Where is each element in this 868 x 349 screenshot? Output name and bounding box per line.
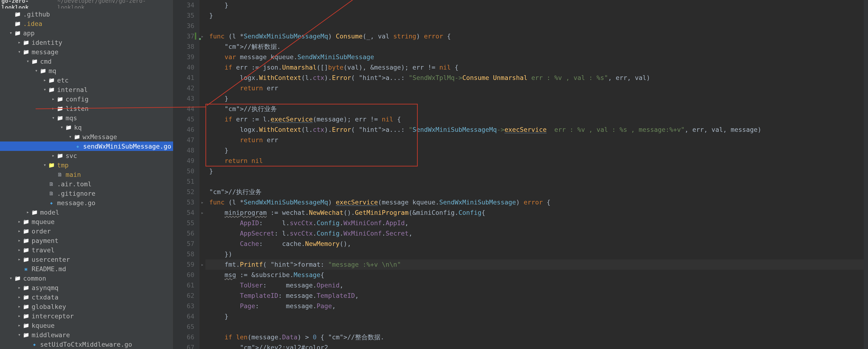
- line-number[interactable]: 64: [173, 311, 194, 322]
- line-number[interactable]: 35: [173, 10, 194, 21]
- line-number[interactable]: 46: [173, 125, 194, 135]
- tree-item--github[interactable]: ▸.github: [0, 9, 173, 19]
- line-number[interactable]: 38: [173, 41, 194, 52]
- code-editor[interactable]: 3435363738394041424344454647484950515253…: [173, 0, 868, 349]
- line-number[interactable]: 60: [173, 270, 194, 280]
- tree-item-model[interactable]: ▸model: [0, 208, 173, 217]
- chevron-right-icon[interactable]: ▸: [17, 322, 22, 328]
- marker-bar[interactable]: [864, 0, 868, 349]
- chevron-down-icon[interactable]: ▾: [59, 124, 64, 130]
- tree-item-main[interactable]: ▸main: [0, 170, 173, 179]
- chevron-right-icon[interactable]: ▸: [17, 294, 22, 300]
- tree-item-mq[interactable]: ▾mq: [0, 66, 173, 75]
- code-line[interactable]: [209, 177, 864, 187]
- fold-end-icon[interactable]: [199, 156, 206, 166]
- code-line[interactable]: }: [209, 93, 864, 104]
- line-number[interactable]: 50: [173, 166, 194, 177]
- code-line[interactable]: return err: [209, 135, 864, 145]
- chevron-down-icon[interactable]: ▾: [34, 68, 39, 73]
- code-line[interactable]: func (l *SendWxMiniSubMessageMq) Consume…: [209, 31, 864, 41]
- chevron-right-icon[interactable]: ▸: [51, 105, 56, 111]
- line-number[interactable]: 44: [173, 104, 194, 114]
- tree-item-mqueue[interactable]: ▸mqueue: [0, 217, 173, 226]
- code-line[interactable]: }: [209, 145, 864, 156]
- code-line[interactable]: AppID: l.svcCtx.Config.WxMiniConf.AppId,: [209, 218, 864, 228]
- code-line[interactable]: logx.WithContext(l.ctx).Error( "hint">a.…: [209, 73, 864, 83]
- chevron-down-icon[interactable]: ▾: [17, 332, 22, 338]
- line-number[interactable]: 58: [173, 249, 194, 259]
- chevron-down-icon[interactable]: ▾: [51, 115, 56, 121]
- tree-item-sendwxminisubmessage-go[interactable]: ▸sendWxMiniSubMessage.go: [0, 141, 173, 151]
- tree-item-globalkey[interactable]: ▸globalkey: [0, 302, 173, 311]
- code-line[interactable]: return err: [209, 83, 864, 93]
- chevron-right-icon[interactable]: ▸: [42, 77, 47, 83]
- line-number[interactable]: 56: [173, 228, 194, 239]
- tree-item-order[interactable]: ▸order: [0, 226, 173, 236]
- fold-end-icon[interactable]: [199, 145, 206, 156]
- tree-item-common[interactable]: ▾common: [0, 274, 173, 283]
- chevron-down-icon[interactable]: ▾: [17, 49, 22, 55]
- tree-item-travel[interactable]: ▸travel: [0, 245, 173, 255]
- line-number[interactable]: 65: [173, 322, 194, 332]
- line-number[interactable]: 57: [173, 239, 194, 249]
- line-number[interactable]: 61: [173, 280, 194, 290]
- gutter[interactable]: 3435363738394041424344454647484950515253…: [173, 0, 199, 349]
- line-number[interactable]: 48: [173, 145, 194, 156]
- line-number[interactable]: 47: [173, 135, 194, 145]
- code-line[interactable]: [209, 322, 864, 332]
- tree-item-app[interactable]: ▾app: [0, 28, 173, 38]
- line-number[interactable]: 42: [173, 83, 194, 93]
- line-number[interactable]: 36: [173, 21, 194, 31]
- code-line[interactable]: AppSecret: l.svcCtx.Config.WxMiniConf.Se…: [209, 228, 864, 239]
- line-number[interactable]: 34: [173, 0, 194, 10]
- code-line[interactable]: Cache: cache.NewMemory(),: [209, 239, 864, 249]
- tree-item-ctxdata[interactable]: ▸ctxdata: [0, 292, 173, 302]
- fold-column[interactable]: ▸▸▸▸: [199, 0, 206, 349]
- line-number[interactable]: 45: [173, 114, 194, 125]
- code-line[interactable]: ToUser: message.Openid,: [209, 280, 864, 290]
- fold-start-icon[interactable]: ▸: [199, 259, 206, 270]
- tree-item-usercenter[interactable]: ▸usercenter: [0, 255, 173, 264]
- fold-start-icon[interactable]: ▸: [199, 197, 206, 208]
- code-line[interactable]: }): [209, 249, 864, 259]
- chevron-right-icon[interactable]: ▸: [17, 256, 22, 262]
- tree-item-internal[interactable]: ▾internal: [0, 85, 173, 94]
- chevron-down-icon[interactable]: ▾: [42, 87, 47, 92]
- line-number[interactable]: 41: [173, 73, 194, 83]
- tree-item--air-toml[interactable]: ▸.air.toml: [0, 179, 173, 189]
- tree-item-config[interactable]: ▸config: [0, 94, 173, 104]
- line-number[interactable]: 55: [173, 218, 194, 228]
- tree-item-message-go[interactable]: ▸message.go: [0, 198, 173, 208]
- line-number[interactable]: 52: [173, 187, 194, 197]
- chevron-right-icon[interactable]: ▸: [17, 285, 22, 290]
- code-line[interactable]: msg := &subscribe.Message{: [209, 270, 864, 280]
- code-line[interactable]: var message kqueue.SendWxMiniSubMessage: [209, 52, 864, 62]
- line-number[interactable]: 66: [173, 332, 194, 342]
- tree-item--idea[interactable]: ▸.idea: [0, 19, 173, 28]
- code-line[interactable]: if err := json.Unmarshal([]byte(val), &m…: [209, 62, 864, 73]
- code-line[interactable]: }: [209, 0, 864, 10]
- tree-item-tmp[interactable]: ▾tmp: [0, 160, 173, 170]
- line-number[interactable]: 49: [173, 156, 194, 166]
- line-number[interactable]: 63: [173, 301, 194, 311]
- tree-item-setuidtoctxmiddleware-go[interactable]: ▸setUidToCtxMiddleware.go: [0, 340, 173, 349]
- tree-item-identity[interactable]: ▸identity: [0, 38, 173, 47]
- tree-item-cmd[interactable]: ▾cmd: [0, 57, 173, 66]
- line-number[interactable]: 51: [173, 177, 194, 187]
- line-number[interactable]: 53: [173, 197, 194, 208]
- tree-item-listen[interactable]: ▸listen: [0, 104, 173, 113]
- code-line[interactable]: [209, 21, 864, 31]
- tree-item-payment[interactable]: ▸payment: [0, 236, 173, 245]
- code-line[interactable]: miniprogram := wechat.NewWechat().GetMin…: [209, 208, 864, 218]
- tree-item-asynqmq[interactable]: ▸asynqmq: [0, 283, 173, 292]
- code-line[interactable]: if err := l.execService(message); err !=…: [209, 114, 864, 125]
- code-line[interactable]: }: [209, 166, 864, 177]
- code-line[interactable]: func (l *SendWxMiniSubMessageMq) execSer…: [209, 197, 864, 208]
- code-area[interactable]: }}func (l *SendWxMiniSubMessageMq) Consu…: [206, 0, 864, 349]
- chevron-right-icon[interactable]: ▸: [17, 237, 22, 243]
- tree-item-wxmessage[interactable]: ▾wxMessage: [0, 132, 173, 141]
- fold-start-icon[interactable]: ▸: [199, 208, 206, 218]
- tree-item-interceptor[interactable]: ▸interceptor: [0, 311, 173, 321]
- code-line[interactable]: "cm">//执行业务: [209, 104, 864, 114]
- tree-item-middleware[interactable]: ▾middleware: [0, 330, 173, 340]
